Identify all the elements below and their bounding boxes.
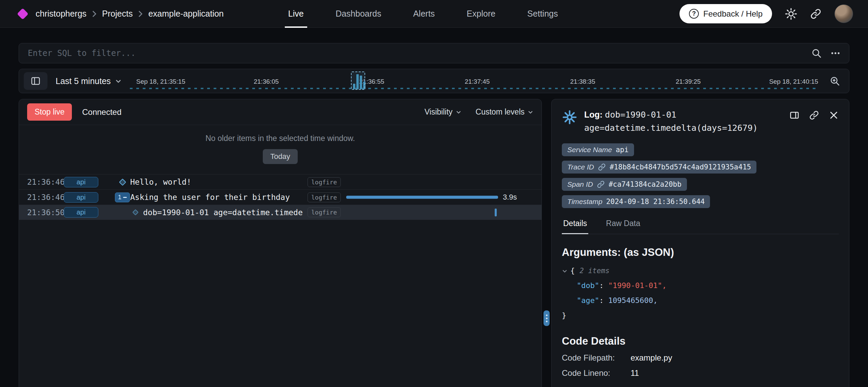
log-instant-tick (495, 208, 497, 216)
service-tag[interactable]: api (64, 207, 98, 218)
log-message: Asking the user for their birthday (130, 193, 308, 202)
detail-tabs: Details Raw Data (562, 218, 839, 234)
code-details-heading: Code Details (562, 335, 839, 347)
logfire-logo-icon[interactable] (17, 8, 28, 20)
timeline-track[interactable]: Sep 18, 21:35:15 21:36:05 21:36:55 21:37… (130, 69, 819, 93)
tick-label: 21:36:05 (254, 78, 279, 85)
top-navbar: christophergs Projects example-applicati… (0, 0, 868, 28)
feedback-help-label: Feedback / Help (703, 9, 763, 19)
log-list-body: No older items in the selected time wind… (19, 125, 541, 387)
nav-tab-alerts[interactable]: Alerts (413, 0, 435, 28)
attribute-label: Timestamp (567, 198, 603, 206)
copy-link-button[interactable] (809, 110, 819, 120)
search-button[interactable] (811, 48, 822, 59)
question-mark-icon: ? (689, 9, 699, 19)
attribute-label: Trace ID (567, 163, 594, 171)
attribute-pill-span-id[interactable]: Span ID #ca741384ca2a20bb (562, 178, 687, 191)
service-tag[interactable]: api (64, 177, 98, 187)
toggle-panel-view-button[interactable] (789, 110, 800, 120)
nav-tab-live[interactable]: Live (288, 0, 304, 28)
attribute-value: api (616, 146, 629, 154)
visibility-dropdown[interactable]: Visibility (425, 107, 461, 117)
log-message: dob=1990-01-01 age=datetime.timede (143, 208, 308, 217)
custom-levels-dropdown[interactable]: Custom levels (476, 107, 533, 117)
share-link-button[interactable] (810, 8, 822, 20)
tick-label: 21:37:45 (465, 78, 490, 85)
empty-window-message: No older items in the selected time wind… (19, 134, 541, 143)
log-row-selected[interactable]: 21:36:50 api dob=1990-01-01 age=datetime… (19, 205, 541, 220)
breadcrumb-org[interactable]: christophergs (36, 9, 86, 19)
log-list-panel: Stop live Connected Visibility Custom le… (19, 99, 542, 387)
time-range-dropdown[interactable]: Last 5 minutes (56, 76, 122, 86)
feedback-help-button[interactable]: ? Feedback / Help (679, 4, 772, 23)
timeline-selection[interactable] (351, 72, 365, 90)
log-row[interactable]: 21:36:46 api 1 Asking the user for their… (19, 189, 541, 205)
user-avatar[interactable] (834, 4, 853, 23)
arguments-heading: Arguments: (as JSON) (562, 246, 839, 259)
log-row[interactable]: 21:36:46 api Hello, world! logfire (19, 174, 541, 189)
json-open-brace: { (570, 263, 575, 278)
attribute-pill-timestamp[interactable]: Timestamp 2024-09-18 21:36:50.644 (562, 195, 710, 208)
attribute-label: Span ID (567, 180, 593, 188)
nav-tab-settings[interactable]: Settings (527, 0, 558, 28)
nav-tab-explore[interactable]: Explore (467, 0, 495, 28)
attribute-value: 2024-09-18 21:36:50.644 (606, 198, 705, 206)
panel-layout-icon (31, 76, 41, 86)
zoom-in-icon (829, 76, 840, 86)
code-lineno-value: 11 (631, 368, 639, 378)
main-nav: Live Dashboards Alerts Explore Settings (288, 0, 558, 28)
span-duration-bar (346, 196, 498, 199)
close-detail-button[interactable] (829, 110, 839, 120)
chevron-down-icon (528, 109, 533, 115)
tab-details[interactable]: Details (562, 218, 588, 234)
tick-label: 21:39:25 (676, 78, 701, 85)
scope-tag[interactable]: logfire (308, 177, 341, 187)
attribute-value: #18b84cb4847b5d574c4ad9121935a415 (610, 163, 751, 171)
link-icon (810, 8, 822, 20)
tab-raw-data[interactable]: Raw Data (605, 218, 642, 234)
scope-tag[interactable]: logfire (308, 207, 341, 217)
json-number-value: 1095465600, (608, 293, 658, 308)
stop-live-button[interactable]: Stop live (27, 103, 72, 121)
chevron-right-icon (92, 10, 97, 18)
panel-resizer-handle[interactable] (544, 310, 550, 326)
attribute-pill-trace-id[interactable]: Trace ID #18b84cb4847b5d574c4ad9121935a4… (562, 161, 756, 174)
attribute-label: Service Name (567, 146, 612, 154)
scope-tag[interactable]: logfire (308, 192, 341, 202)
ellipsis-icon (830, 48, 841, 59)
breadcrumb-projects[interactable]: Projects (102, 9, 133, 19)
service-tag[interactable]: api (64, 192, 98, 203)
sql-filter-input[interactable] (27, 48, 803, 58)
tick-label: 21:38:35 (570, 78, 595, 85)
json-separator: : (599, 293, 608, 308)
visibility-label: Visibility (425, 107, 453, 117)
chevron-down-icon (456, 109, 461, 115)
span-duration-label: 3.9s (503, 193, 517, 202)
link-icon (597, 180, 605, 188)
code-filepath-value: example.py (631, 353, 672, 362)
breadcrumb-project-name[interactable]: example-application (148, 9, 223, 19)
code-filepath-label: Code Filepath: (562, 353, 628, 363)
json-close-brace: } (562, 308, 566, 323)
json-items-count: 2 items (579, 263, 610, 278)
theme-toggle-button[interactable] (785, 8, 797, 20)
today-button[interactable]: Today (263, 149, 298, 164)
child-count: 1 (118, 194, 122, 201)
timeline-bar: Last 5 minutes Sep 18, 21:35:15 21:36:05… (19, 69, 849, 93)
attribute-pill-service-name[interactable]: Service Name api (562, 143, 634, 156)
json-collapse-chevron-icon[interactable] (562, 268, 568, 274)
sidebar-toggle-button[interactable] (24, 72, 47, 90)
columns-icon (789, 110, 800, 120)
sql-filter-bar (19, 43, 849, 63)
code-lineno-label: Code Lineno: (562, 368, 628, 378)
duration-cell: 3.9s (345, 190, 541, 205)
json-key: "age" (577, 293, 599, 308)
collapse-children-badge[interactable]: 1 (115, 192, 130, 202)
nav-tab-dashboards[interactable]: Dashboards (336, 0, 381, 28)
log-detail-panel: Log: dob=1990-01-01 age=datetime.timedel… (551, 99, 849, 387)
more-options-button[interactable] (830, 48, 841, 59)
zoom-in-button[interactable] (827, 75, 842, 87)
log-time: 21:36:46 (19, 193, 64, 202)
log-level-icon (562, 109, 577, 125)
json-string-value: "1990-01-01", (608, 278, 667, 293)
